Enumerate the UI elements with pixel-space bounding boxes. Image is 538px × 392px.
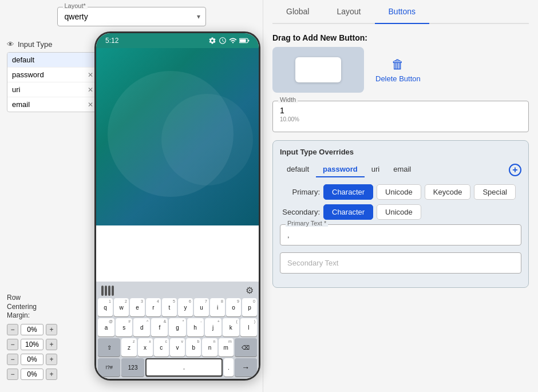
- margin-plus-3[interactable]: +: [46, 354, 57, 365]
- key-e[interactable]: e3: [130, 298, 145, 316]
- margin-minus-4[interactable]: −: [7, 369, 18, 380]
- keyboard-row-2: a@ s# d^ f& g* h- j+ k( l): [98, 318, 257, 336]
- close-icon[interactable]: ✕: [88, 71, 93, 79]
- margin-value-1[interactable]: [21, 324, 43, 335]
- margin-plus-2[interactable]: +: [46, 339, 57, 350]
- alarm-icon: [219, 37, 227, 45]
- key-y[interactable]: y6: [178, 298, 193, 316]
- phone-status-bar: 5:12: [96, 33, 259, 48]
- margin-row-4: − +: [7, 369, 87, 380]
- key-a[interactable]: a@: [98, 318, 114, 336]
- right-panel: Global Layout Buttons Drag to Add New Bu…: [263, 0, 538, 392]
- margin-row-3: − +: [7, 354, 87, 365]
- overrides-tab-default[interactable]: default: [280, 162, 316, 177]
- margin-label: RowCenteringMargin:: [7, 294, 87, 320]
- key-v[interactable]: vv: [170, 338, 185, 357]
- key-backspace[interactable]: ⌫: [235, 338, 257, 357]
- key-c[interactable]: cc: [154, 338, 169, 357]
- close-icon[interactable]: ✕: [88, 86, 93, 94]
- bar-icon: [105, 286, 107, 296]
- tab-global[interactable]: Global: [272, 0, 323, 23]
- width-label: Width: [278, 96, 298, 103]
- key-space[interactable]: ,: [145, 358, 223, 377]
- primary-text-input[interactable]: [280, 224, 521, 246]
- margin-minus-3[interactable]: −: [7, 354, 18, 365]
- key-q[interactable]: q1: [98, 298, 113, 316]
- primary-unicode-button[interactable]: Unicode: [377, 184, 421, 200]
- margin-plus-1[interactable]: +: [46, 324, 57, 335]
- key-k[interactable]: k(: [223, 318, 239, 336]
- drag-label: Drag to Add New Button:: [272, 33, 529, 42]
- key-r[interactable]: r4: [146, 298, 161, 316]
- eye-icon: 👁: [7, 40, 14, 49]
- key-l[interactable]: l): [240, 318, 257, 336]
- width-subtext: 10.00%: [280, 116, 521, 122]
- margin-plus-4[interactable]: +: [46, 369, 57, 380]
- key-enter[interactable]: →: [235, 358, 257, 377]
- key-b[interactable]: bb: [186, 338, 201, 357]
- key-i[interactable]: i8: [210, 298, 225, 316]
- key-w[interactable]: w2: [114, 298, 129, 316]
- primary-special-button[interactable]: Special: [474, 184, 516, 200]
- list-item[interactable]: password ✕: [7, 68, 98, 82]
- list-item[interactable]: uri ✕: [7, 82, 98, 97]
- secondary-label: Secondary:: [280, 208, 320, 216]
- overrides-tab-email[interactable]: email: [386, 162, 418, 177]
- key-shift[interactable]: ⇧: [98, 338, 120, 357]
- key-z[interactable]: zz: [121, 338, 136, 357]
- secondary-unicode-button[interactable]: Unicode: [377, 204, 421, 220]
- bar-icon: [112, 286, 114, 296]
- tabs-header: Global Layout Buttons: [272, 0, 529, 24]
- overrides-tab-password[interactable]: password: [316, 162, 365, 177]
- key-symbols[interactable]: !?#: [98, 358, 120, 377]
- list-item[interactable]: default: [7, 53, 98, 68]
- left-panel: Layout* qwerty ▾ 👁 Input Type default pa…: [0, 0, 263, 392]
- overrides-tab-uri[interactable]: uri: [365, 162, 386, 177]
- layout-select-wrapper: Layout* qwerty ▾: [57, 7, 206, 26]
- key-f[interactable]: f&: [151, 318, 168, 336]
- layout-select[interactable]: qwerty: [57, 7, 206, 26]
- close-icon[interactable]: ✕: [88, 101, 93, 109]
- delete-button-label[interactable]: Delete Button: [375, 74, 421, 83]
- margin-minus-1[interactable]: −: [7, 324, 18, 335]
- delete-btn-wrapper: 🗑 Delete Button: [375, 57, 421, 83]
- key-p[interactable]: p0: [242, 298, 257, 316]
- primary-character-button[interactable]: Character: [323, 184, 373, 200]
- key-o[interactable]: o9: [226, 298, 241, 316]
- width-field-wrapper: Width 1 10.00%: [272, 101, 529, 132]
- primary-keycode-button[interactable]: Keycode: [425, 184, 471, 200]
- key-d[interactable]: d^: [133, 318, 150, 336]
- tab-buttons[interactable]: Buttons: [375, 0, 429, 23]
- svg-rect-2: [248, 40, 249, 42]
- overrides-card: Input Type Overrides default password ur…: [272, 140, 529, 288]
- key-n[interactable]: nn: [202, 338, 217, 357]
- margin-row-1: − +: [7, 324, 87, 335]
- key-s[interactable]: s#: [116, 318, 132, 336]
- key-g[interactable]: g*: [169, 318, 185, 336]
- secondary-character-button[interactable]: Character: [323, 204, 373, 220]
- primary-text-wrapper: Primary Text *: [280, 224, 521, 246]
- key-h[interactable]: h-: [187, 318, 204, 336]
- secondary-text-input[interactable]: [280, 252, 521, 274]
- margin-value-4[interactable]: [21, 369, 43, 380]
- add-override-button[interactable]: +: [509, 164, 521, 176]
- margin-minus-2[interactable]: −: [7, 339, 18, 350]
- key-period[interactable]: .: [224, 358, 233, 377]
- key-x[interactable]: xx: [138, 338, 153, 357]
- key-j[interactable]: j+: [205, 318, 221, 336]
- overrides-tabs: default password uri email +: [280, 162, 521, 177]
- gear-icon[interactable]: ⚙: [246, 285, 254, 296]
- key-123[interactable]: 123: [121, 358, 144, 377]
- margin-row-2: − +: [7, 339, 87, 350]
- overrides-title: Input Type Overrides: [280, 148, 521, 156]
- delete-icon[interactable]: 🗑: [391, 57, 404, 72]
- key-u[interactable]: u7: [194, 298, 209, 316]
- margin-value-2[interactable]: [21, 339, 43, 350]
- margin-value-3[interactable]: [21, 354, 43, 365]
- drag-area[interactable]: [272, 47, 364, 93]
- tab-layout[interactable]: Layout: [323, 0, 374, 23]
- input-type-uri-label: uri: [12, 85, 20, 94]
- key-m[interactable]: mm: [219, 338, 234, 357]
- key-t[interactable]: t5: [162, 298, 177, 316]
- list-item[interactable]: email ✕: [7, 97, 98, 112]
